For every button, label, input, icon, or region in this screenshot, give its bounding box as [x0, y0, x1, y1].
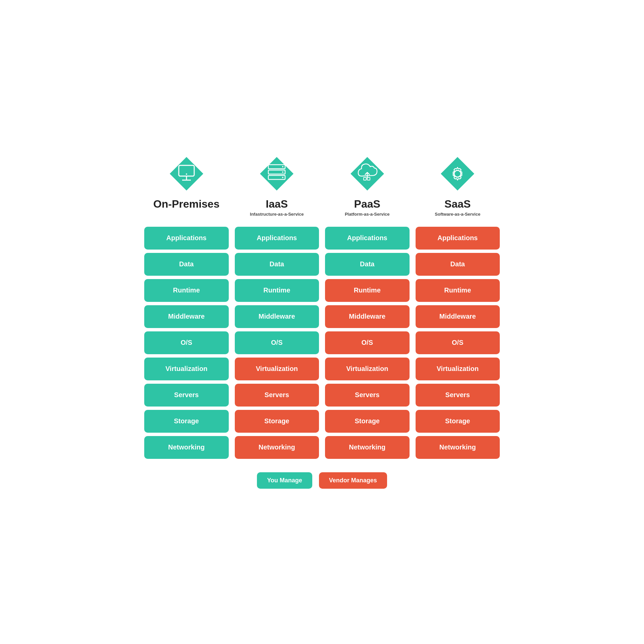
cell-iaas-virtualization: Virtualization — [235, 358, 319, 380]
cell-paas-middleware: Middleware — [325, 305, 410, 328]
on-premises-stack: Applications Data Runtime Middleware O/S… — [144, 227, 229, 459]
iaas-title: IaaS — [266, 198, 288, 210]
cell-iaas-applications: Applications — [235, 227, 319, 250]
grid-rows: Applications Data Runtime Middleware O/S… — [144, 227, 500, 459]
on-premises-title: On-Premises — [153, 198, 219, 210]
vendor-manages-legend: Vendor Manages — [319, 472, 387, 489]
cell-saas-runtime: Runtime — [416, 279, 500, 302]
cell-paas-virtualization: Virtualization — [325, 358, 410, 380]
cell-paas-data: Data — [325, 253, 410, 276]
cell-iaas-os: O/S — [235, 331, 319, 354]
cell-saas-servers: Servers — [416, 384, 500, 407]
iaas-stack: Applications Data Runtime Middleware O/S… — [235, 227, 319, 459]
cell-paas-runtime: Runtime — [325, 279, 410, 302]
column-header-paas: PaaS Platform-as-a-Service — [325, 155, 410, 216]
cell-saas-os: O/S — [416, 331, 500, 354]
cell-paas-applications: Applications — [325, 227, 410, 250]
cell-on-premises-runtime: Runtime — [144, 279, 229, 302]
cell-iaas-networking: Networking — [235, 436, 319, 459]
saas-icon — [439, 155, 476, 192]
svg-point-11 — [282, 177, 283, 178]
saas-title: SaaS — [444, 198, 471, 210]
cell-paas-storage: Storage — [325, 410, 410, 433]
paas-subtitle: Platform-as-a-Service — [345, 212, 390, 217]
on-premises-icon — [168, 155, 205, 192]
iaas-subtitle: Infastructure-as-a-Service — [250, 212, 304, 217]
legend-row: You Manage Vendor Manages — [144, 472, 500, 489]
cell-iaas-runtime: Runtime — [235, 279, 319, 302]
cell-saas-data: Data — [416, 253, 500, 276]
cell-saas-middleware: Middleware — [416, 305, 500, 328]
cell-iaas-servers: Servers — [235, 384, 319, 407]
cell-iaas-data: Data — [235, 253, 319, 276]
column-header-saas: SaaS Software-as-a-Service — [416, 155, 500, 216]
svg-point-10 — [282, 171, 283, 173]
cell-saas-applications: Applications — [416, 227, 500, 250]
cell-on-premises-middleware: Middleware — [144, 305, 229, 328]
main-container: On-Premises IaaS Infastructure-as-a-Serv… — [144, 155, 500, 488]
cell-paas-os: O/S — [325, 331, 410, 354]
column-header-on-premises: On-Premises — [144, 155, 229, 216]
cell-paas-servers: Servers — [325, 384, 410, 407]
cell-on-premises-networking: Networking — [144, 436, 229, 459]
paas-icon — [349, 155, 386, 192]
svg-point-9 — [282, 166, 283, 167]
svg-point-4 — [186, 173, 187, 175]
cell-saas-networking: Networking — [416, 436, 500, 459]
paas-stack: Applications Data Runtime Middleware O/S… — [325, 227, 410, 459]
cell-on-premises-applications: Applications — [144, 227, 229, 250]
column-header-iaas: IaaS Infastructure-as-a-Service — [235, 155, 319, 216]
saas-subtitle: Software-as-a-Service — [435, 212, 480, 217]
cell-on-premises-virtualization: Virtualization — [144, 358, 229, 380]
paas-title: PaaS — [354, 198, 380, 210]
cell-on-premises-storage: Storage — [144, 410, 229, 433]
cell-iaas-storage: Storage — [235, 410, 319, 433]
cell-saas-storage: Storage — [416, 410, 500, 433]
svg-marker-16 — [441, 157, 474, 191]
cell-on-premises-data: Data — [144, 253, 229, 276]
cell-on-premises-servers: Servers — [144, 384, 229, 407]
header-row: On-Premises IaaS Infastructure-as-a-Serv… — [144, 155, 500, 216]
iaas-icon — [258, 155, 295, 192]
you-manage-legend: You Manage — [257, 472, 312, 489]
cell-on-premises-os: O/S — [144, 331, 229, 354]
cell-saas-virtualization: Virtualization — [416, 358, 500, 380]
cell-iaas-middleware: Middleware — [235, 305, 319, 328]
saas-stack: Applications Data Runtime Middleware O/S… — [416, 227, 500, 459]
cell-paas-networking: Networking — [325, 436, 410, 459]
